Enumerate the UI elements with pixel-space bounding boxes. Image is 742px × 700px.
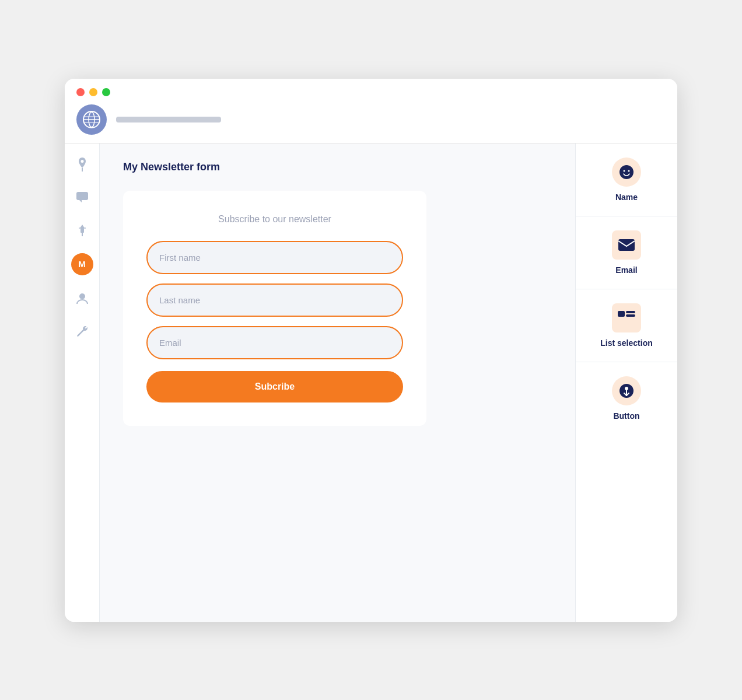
main-content: My Newsletter form Subscribe to our news… — [100, 144, 575, 622]
svg-rect-17 — [626, 311, 635, 313]
button-label: Button — [613, 411, 639, 421]
svg-rect-18 — [626, 314, 635, 317]
dot-green[interactable] — [102, 88, 110, 96]
subscribe-button[interactable]: Subcribe — [146, 371, 403, 402]
browser-toolbar — [76, 104, 666, 143]
form-subtitle: Subscribe to our newsletter — [146, 214, 403, 225]
svg-rect-20 — [626, 318, 635, 321]
button-sidebar-item[interactable]: Button — [576, 362, 677, 435]
envelope-icon — [618, 238, 635, 252]
first-name-input[interactable] — [146, 241, 403, 274]
form-title: My Newsletter form — [123, 161, 552, 173]
browser-body: M My Newsletter form Subscribe to our ne… — [65, 144, 677, 622]
comment-icon[interactable] — [73, 188, 92, 206]
svg-rect-16 — [618, 311, 625, 317]
svg-rect-15 — [618, 239, 635, 251]
user-icon[interactable] — [73, 289, 92, 308]
touch-icon — [618, 383, 635, 399]
pushpin-icon[interactable] — [73, 220, 92, 239]
dot-red[interactable] — [76, 88, 85, 96]
email-label: Email — [615, 265, 637, 275]
name-icon-bg — [612, 158, 641, 187]
address-bar — [116, 117, 221, 123]
svg-point-5 — [80, 160, 83, 163]
svg-point-13 — [624, 170, 625, 172]
smiley-icon — [618, 164, 635, 180]
svg-point-14 — [628, 170, 630, 172]
svg-point-12 — [620, 165, 634, 179]
list-selection-sidebar-item[interactable]: List selection — [576, 289, 677, 362]
name-sidebar-item[interactable]: Name — [576, 144, 677, 216]
dot-yellow[interactable] — [89, 88, 97, 96]
svg-rect-19 — [618, 318, 625, 324]
list-icon-bg — [612, 303, 641, 332]
list-selection-label: List selection — [600, 338, 652, 348]
pin-icon[interactable] — [73, 155, 92, 174]
form-container: Subscribe to our newsletter Subcribe — [123, 191, 426, 426]
email-icon-bg — [612, 230, 641, 260]
email-input[interactable] — [146, 326, 403, 359]
wordpress-logo — [76, 104, 107, 135]
left-sidebar: M — [65, 144, 100, 622]
name-label: Name — [615, 192, 638, 202]
right-sidebar: Name Email — [575, 144, 677, 622]
browser-chrome — [65, 79, 677, 144]
email-sidebar-item[interactable]: Email — [576, 216, 677, 289]
user-avatar[interactable]: M — [71, 253, 93, 275]
button-icon-bg — [612, 376, 641, 405]
wrench-icon[interactable] — [73, 322, 92, 341]
browser-dots — [76, 88, 666, 96]
last-name-input[interactable] — [146, 284, 403, 317]
svg-point-11 — [79, 293, 85, 299]
svg-rect-7 — [76, 192, 88, 200]
svg-rect-21 — [626, 322, 635, 324]
svg-rect-8 — [80, 228, 84, 233]
list-icon — [617, 310, 636, 326]
browser-window: M My Newsletter form Subscribe to our ne… — [65, 79, 677, 622]
